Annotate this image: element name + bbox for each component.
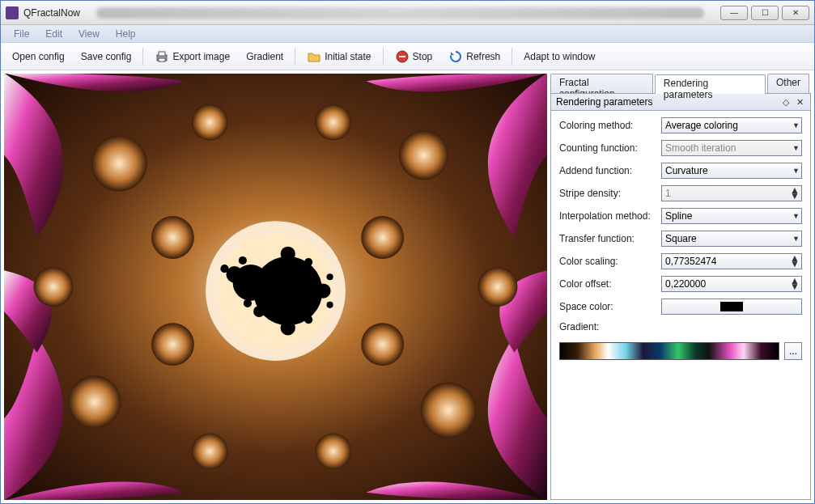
color-offset-spinbox[interactable]: 0,220000▲▼ xyxy=(661,276,802,292)
undock-icon[interactable]: ◇ xyxy=(780,96,792,108)
addend-function-label: Addend function: xyxy=(559,165,655,176)
chevron-down-icon: ▼ xyxy=(792,167,800,175)
space-color-label: Space color: xyxy=(559,301,655,312)
refresh-button[interactable]: Refresh xyxy=(442,46,507,67)
panel-body: Coloring method: Average coloring▼ Count… xyxy=(550,111,811,500)
close-button[interactable]: ✕ xyxy=(782,6,809,20)
content-area: Fractal configuration Rendering paramete… xyxy=(1,70,814,503)
svg-point-13 xyxy=(315,433,351,469)
counting-function-label: Counting function: xyxy=(559,142,655,154)
svg-point-33 xyxy=(327,302,333,308)
stop-button[interactable]: Stop xyxy=(388,46,439,67)
separator xyxy=(295,48,295,66)
coloring-method-label: Coloring method: xyxy=(559,120,655,131)
titlebar-blur xyxy=(96,7,704,19)
svg-rect-1 xyxy=(159,52,165,56)
open-config-button[interactable]: Open config xyxy=(6,48,71,66)
coloring-method-combobox[interactable]: Average coloring▼ xyxy=(661,117,802,133)
separator xyxy=(383,48,384,66)
svg-point-19 xyxy=(478,267,518,307)
svg-point-35 xyxy=(244,299,252,307)
menu-view[interactable]: View xyxy=(70,27,108,41)
space-color-button[interactable] xyxy=(661,299,802,315)
tab-bar: Fractal configuration Rendering paramete… xyxy=(550,74,811,93)
window-title: QFractalNow xyxy=(23,7,80,19)
svg-point-12 xyxy=(192,433,228,469)
color-scaling-label: Color scaling: xyxy=(559,256,655,267)
svg-point-32 xyxy=(327,273,333,280)
tab-fractal-configuration[interactable]: Fractal configuration xyxy=(550,74,653,93)
stop-icon xyxy=(395,49,410,64)
svg-point-31 xyxy=(304,316,312,324)
initial-state-button[interactable]: Initial state xyxy=(300,46,377,67)
gradient-preview[interactable] xyxy=(559,342,779,360)
svg-point-25 xyxy=(281,247,295,261)
svg-point-34 xyxy=(239,256,247,265)
svg-point-7 xyxy=(399,130,448,180)
panel-title-text: Rendering parameters xyxy=(556,96,652,108)
main-window: QFractalNow — ☐ ✕ File Edit View Help Op… xyxy=(0,0,815,504)
maximize-button[interactable]: ☐ xyxy=(751,6,779,20)
stripe-density-spinbox: 1▲▼ xyxy=(661,185,802,201)
svg-point-18 xyxy=(34,267,74,307)
save-config-button[interactable]: Save config xyxy=(74,48,138,66)
color-scaling-spinbox[interactable]: 0,77352474▲▼ xyxy=(661,253,802,269)
printer-icon xyxy=(155,49,169,64)
transfer-function-combobox[interactable]: Square▼ xyxy=(661,231,802,247)
menu-edit[interactable]: Edit xyxy=(37,27,70,41)
chevron-down-icon: ▼ xyxy=(792,212,800,220)
svg-point-28 xyxy=(253,306,265,317)
folder-icon xyxy=(307,49,321,64)
gradient-edit-button[interactable]: ... xyxy=(784,342,802,360)
svg-point-16 xyxy=(151,323,194,366)
svg-point-14 xyxy=(151,216,194,259)
spin-arrows-icon[interactable]: ▲▼ xyxy=(790,256,800,267)
tab-rendering-parameters[interactable]: Rendering parameters xyxy=(655,74,766,94)
counting-function-combobox: Smooth iteration▼ xyxy=(661,140,802,156)
svg-point-29 xyxy=(220,265,228,273)
addend-function-combobox[interactable]: Curvature▼ xyxy=(661,163,802,179)
separator xyxy=(511,48,512,66)
svg-rect-4 xyxy=(399,56,405,57)
adapt-to-window-button[interactable]: Adapt to window xyxy=(517,48,601,66)
svg-point-8 xyxy=(68,375,121,428)
svg-point-26 xyxy=(281,320,295,335)
separator xyxy=(142,48,143,66)
menubar: File Edit View Help xyxy=(1,25,814,43)
svg-point-6 xyxy=(91,135,147,191)
menu-file[interactable]: File xyxy=(6,27,37,41)
color-offset-label: Color offset: xyxy=(559,278,655,290)
spin-arrows-icon: ▲▼ xyxy=(790,188,800,199)
gradient-button[interactable]: Gradient xyxy=(240,48,290,66)
stripe-density-label: Stripe density: xyxy=(559,188,655,199)
color-swatch xyxy=(720,302,743,311)
chevron-down-icon: ▼ xyxy=(792,121,800,129)
minimize-button[interactable]: — xyxy=(720,6,748,20)
app-icon xyxy=(6,6,19,19)
spin-arrows-icon[interactable]: ▲▼ xyxy=(790,278,800,290)
side-panel: Fractal configuration Rendering paramete… xyxy=(550,74,811,500)
svg-point-10 xyxy=(192,104,228,141)
export-image-button[interactable]: Export image xyxy=(148,46,236,67)
svg-point-30 xyxy=(304,258,312,266)
svg-point-17 xyxy=(361,323,404,366)
titlebar: QFractalNow — ☐ ✕ xyxy=(1,1,814,25)
chevron-down-icon: ▼ xyxy=(792,235,800,243)
chevron-down-icon: ▼ xyxy=(792,144,800,152)
svg-point-27 xyxy=(316,283,330,298)
menu-help[interactable]: Help xyxy=(108,27,144,41)
svg-point-9 xyxy=(420,382,476,438)
svg-point-15 xyxy=(361,216,404,259)
close-panel-icon[interactable]: ✕ xyxy=(794,96,805,108)
toolbar: Open config Save config Export image Gra… xyxy=(1,43,814,70)
fractal-viewer[interactable] xyxy=(4,74,547,500)
svg-rect-2 xyxy=(159,58,165,61)
refresh-icon xyxy=(448,49,463,64)
interpolation-method-label: Interpolation method: xyxy=(559,210,655,222)
gradient-label: Gradient: xyxy=(559,321,655,332)
svg-point-11 xyxy=(315,104,351,141)
tab-other[interactable]: Other xyxy=(767,74,809,93)
transfer-function-label: Transfer function: xyxy=(559,233,655,244)
interpolation-method-combobox[interactable]: Spline▼ xyxy=(661,208,802,224)
